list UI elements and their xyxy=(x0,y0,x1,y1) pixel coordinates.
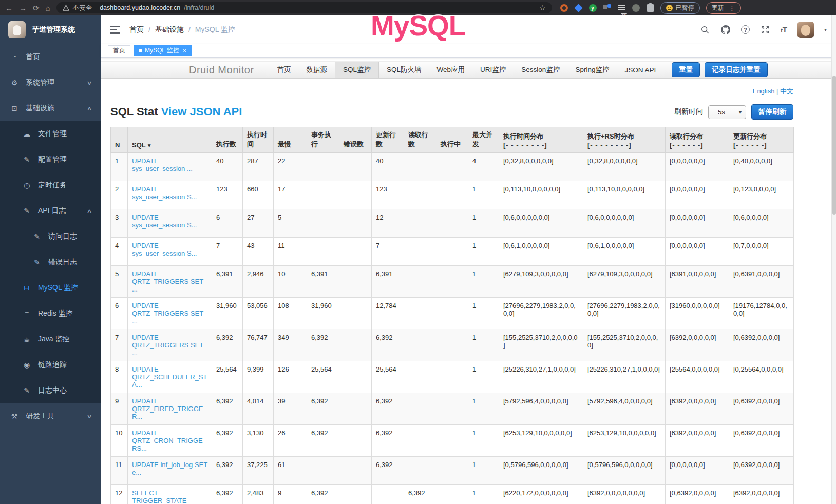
sidebar-item-config[interactable]: ✎ 配置管理 xyxy=(0,147,101,172)
sidebar-item-java[interactable]: ☕ Java 监控 xyxy=(0,326,101,352)
sql-link[interactable]: UPDATE sys_user_session ... xyxy=(132,157,193,172)
druid-nav-item-4[interactable]: Web应用 xyxy=(429,62,473,78)
scrollbar-thumb[interactable] xyxy=(832,76,836,215)
view-json-api-link[interactable]: View JSON API xyxy=(161,105,242,118)
druid-nav-item-2[interactable]: SQL监控 xyxy=(335,62,379,78)
table-row: 9UPDATE QRTZ_FIRED_TRIGGER...6,3924,0143… xyxy=(111,393,794,425)
druid-nav-item-3[interactable]: SQL防火墙 xyxy=(379,62,429,78)
sql-link[interactable]: UPDATE QRTZ_SCHEDULER_STA... xyxy=(132,365,207,389)
druid-nav-item-8[interactable]: JSON API xyxy=(617,62,663,78)
column-header-13[interactable]: 读取行分布[- - - - - -] xyxy=(666,127,729,153)
column-header-10[interactable]: 最大并发 xyxy=(468,127,499,153)
user-avatar[interactable] xyxy=(797,22,814,38)
profile-paused-pill[interactable]: 已暂停 xyxy=(660,2,700,14)
extensions-puzzle-icon[interactable] xyxy=(647,4,654,12)
column-header-0[interactable]: N xyxy=(111,127,128,153)
sidebar-item-log-center[interactable]: ✎ 日志中心 xyxy=(0,378,101,403)
log-and-reset-button[interactable]: 记录日志并重置 xyxy=(705,62,768,77)
extension-gem-icon[interactable] xyxy=(574,4,583,12)
column-header-9[interactable]: 执行中 xyxy=(436,127,468,153)
browser-menu-icon[interactable]: ⋮ xyxy=(729,5,735,11)
refresh-interval-select[interactable]: 5s ▾ xyxy=(708,105,746,119)
column-header-1[interactable]: SQL▼ xyxy=(128,127,212,153)
sql-link[interactable]: UPDATE QRTZ_FIRED_TRIGGER... xyxy=(132,397,203,420)
sidebar-item-access-log[interactable]: ✎ 访问日志 xyxy=(0,224,101,249)
browser-update-pill[interactable]: 更新 ⋮ xyxy=(706,2,741,14)
column-header-11[interactable]: 执行时间分布[- - - - - - - -] xyxy=(499,127,583,153)
column-header-2[interactable]: 执行数 xyxy=(212,127,243,153)
druid-nav-item-0[interactable]: 首页 xyxy=(270,62,299,78)
scrollbar[interactable] xyxy=(831,15,836,504)
sql-link[interactable]: UPDATE QRTZ_TRIGGERS SET ... xyxy=(132,302,203,325)
sql-link[interactable]: SELECT TRIGGER_STATE xyxy=(132,489,186,504)
sql-link[interactable]: UPDATE sys_user_session S... xyxy=(132,242,197,257)
table-cell: 6,391 xyxy=(307,266,339,298)
title-row: SQL Stat View JSON API 刷新时间 5s ▾ 暂停刷新 xyxy=(110,104,793,120)
sidebar-item-system[interactable]: ⚙ 系统管理 ∨ xyxy=(0,70,101,95)
sidebar-item-api-log[interactable]: ✎ API 日志 ∧ xyxy=(0,198,101,224)
column-header-12[interactable]: 执行+RS时分布[- - - - - - - -] xyxy=(583,127,666,153)
column-header-7[interactable]: 更新行数 xyxy=(372,127,404,153)
main-area: 首页 / 基础设施 / MySQL 监控 ? tT ▾ 首页 xyxy=(101,15,836,504)
table-cell: 1 xyxy=(468,181,499,209)
table-cell: [0,6391,0,0,0,0] xyxy=(729,266,794,298)
close-tab-icon[interactable]: × xyxy=(183,48,186,54)
browser-forward-icon[interactable]: → xyxy=(19,4,27,12)
tab-mysql-monitor[interactable]: MySQL 监控 × xyxy=(134,45,192,56)
druid-navbar: Druid Monitor 首页数据源SQL监控SQL防火墙Web应用URI监控… xyxy=(101,61,836,79)
address-bar[interactable]: 不安全 dashboard.yudao.iocoder.cn/infra/dru… xyxy=(56,2,552,13)
tab-home[interactable]: 首页 xyxy=(108,45,130,56)
sql-link[interactable]: UPDATE QRTZ_TRIGGERS SET ... xyxy=(132,270,203,293)
extension-squares-icon[interactable] xyxy=(603,4,611,12)
lang-chinese-link[interactable]: 中文 xyxy=(780,87,793,95)
druid-nav-item-7[interactable]: Spring监控 xyxy=(567,62,617,78)
sidebar-item-mysql[interactable]: ⊟ MySQL 监控 xyxy=(0,275,101,301)
sidebar-item-error-log[interactable]: ✎ 错误日志 xyxy=(0,249,101,275)
column-header-6[interactable]: 错误数 xyxy=(339,127,372,153)
sidebar-toggle-icon[interactable] xyxy=(110,26,120,34)
druid-nav-item-5[interactable]: URI监控 xyxy=(472,62,514,78)
chevron-down-icon[interactable]: ▾ xyxy=(824,27,827,32)
extension-list-icon[interactable]: on xyxy=(618,4,625,12)
search-icon[interactable] xyxy=(700,25,710,35)
lang-english-link[interactable]: English xyxy=(753,87,775,95)
sidebar-item-tracer[interactable]: ◉ 链路追踪 xyxy=(0,352,101,378)
sidebar-item-job[interactable]: ◷ 定时任务 xyxy=(0,172,101,198)
sidebar-item-home[interactable]: ◔ 首页 xyxy=(0,44,101,70)
browser-back-icon[interactable]: ← xyxy=(5,4,13,12)
sidebar-item-label: 访问日志 xyxy=(48,232,77,241)
bookmark-star-icon[interactable]: ☆ xyxy=(539,4,546,12)
reset-button[interactable]: 重置 xyxy=(672,62,700,77)
sql-link[interactable]: UPDATE sys_user_session S... xyxy=(132,214,197,229)
font-size-icon[interactable]: tT xyxy=(781,25,787,34)
sidebar-item-dev-tools[interactable]: ⚒ 研发工具 ∨ xyxy=(0,403,101,429)
extension-green-y-icon[interactable]: y xyxy=(589,4,597,12)
pause-refresh-button[interactable]: 暂停刷新 xyxy=(751,104,793,120)
extension-donut-icon[interactable] xyxy=(560,4,568,12)
column-header-4[interactable]: 最慢 xyxy=(274,127,307,153)
breadcrumb-home[interactable]: 首页 xyxy=(129,25,144,34)
sidebar-logo-row[interactable]: 芋道管理系统 xyxy=(0,15,101,44)
browser-refresh-icon[interactable]: ⟳ xyxy=(33,4,40,12)
breadcrumb-infra[interactable]: 基础设施 xyxy=(155,25,184,34)
sql-link[interactable]: UPDATE QRTZ_TRIGGERS SET ... xyxy=(132,334,203,357)
extension-ghost-icon[interactable] xyxy=(632,4,640,12)
sql-link[interactable]: UPDATE QRTZ_CRON_TRIGGERS... xyxy=(132,429,203,452)
browser-home-icon[interactable]: ⌂ xyxy=(46,4,50,12)
help-icon[interactable]: ? xyxy=(741,25,750,34)
column-header-8[interactable]: 读取行数 xyxy=(404,127,436,153)
druid-nav-item-6[interactable]: Session监控 xyxy=(514,62,567,78)
column-header-3[interactable]: 执行时间 xyxy=(243,127,274,153)
column-header-14[interactable]: 更新行分布[- - - - - -] xyxy=(729,127,794,153)
fullscreen-icon[interactable] xyxy=(760,25,770,35)
column-header-5[interactable]: 事务执行 xyxy=(307,127,339,153)
sidebar-item-file[interactable]: ☁ 文件管理 xyxy=(0,121,101,147)
sql-link[interactable]: UPDATE inf_job_log SET e... xyxy=(132,461,207,476)
sidebar-item-infra[interactable]: ⊡ 基础设施 ∧ xyxy=(0,95,101,121)
sql-link[interactable]: UPDATE sys_user_session S... xyxy=(132,185,197,201)
github-icon[interactable] xyxy=(720,25,731,35)
sidebar-item-redis[interactable]: ≡ Redis 监控 xyxy=(0,301,101,326)
dashboard-icon: ◔ xyxy=(10,53,18,61)
table-cell xyxy=(404,153,436,181)
druid-nav-item-1[interactable]: 数据源 xyxy=(299,62,335,78)
